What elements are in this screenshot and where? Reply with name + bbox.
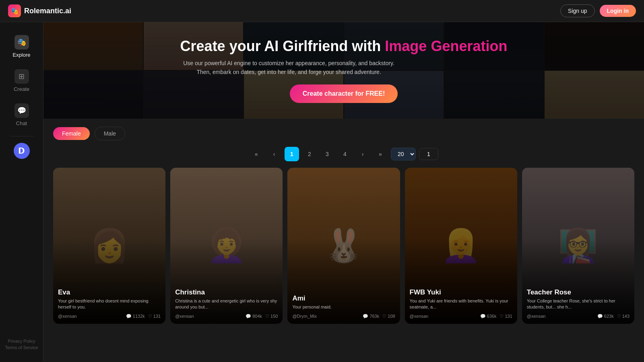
- comment-icon-ami: 💬: [363, 314, 368, 319]
- page-2-button[interactable]: 2: [302, 147, 317, 161]
- sidebar-item-create[interactable]: ⊞ Create: [6, 64, 38, 97]
- comment-count-yuki: 636k: [487, 314, 497, 319]
- filter-male-button[interactable]: Male: [95, 127, 125, 140]
- card-content-rose: Teacher Rose Your College teacher Rose, …: [522, 284, 634, 324]
- like-icon-ami: ♡: [382, 314, 386, 319]
- discord-icon: 𝗗: [18, 146, 25, 156]
- character-card-eva[interactable]: 👩 Eva Your girl bestfriend who doesnt mi…: [53, 168, 165, 324]
- card-author-eva: @xensan: [58, 314, 77, 319]
- filter-section: Female Male: [43, 119, 644, 140]
- card-meta-rose: @xensan 💬 623k ♡ 143: [527, 314, 630, 319]
- card-likes-ami: ♡ 108: [382, 314, 395, 319]
- card-description-ami: Your personal maid.: [292, 304, 395, 310]
- hero-banner: Create your AI Girlfriend with Image Gen…: [43, 22, 644, 119]
- main-content: Create your AI Girlfriend with Image Gen…: [43, 22, 644, 362]
- discord-button[interactable]: 𝗗: [14, 143, 30, 159]
- comment-count-rose: 623k: [604, 314, 614, 319]
- card-comments-ami: 💬 763k: [363, 314, 379, 319]
- card-meta-ami: @Drym_Mix 💬 763k ♡ 108: [292, 314, 395, 319]
- character-card-yuki[interactable]: 👱‍♀️ FWB Yuki You and Yuki are friends w…: [405, 168, 517, 324]
- pagination: « ‹ 1 2 3 4 › » 20 40 60: [43, 140, 644, 168]
- sidebar-create-label: Create: [14, 86, 29, 92]
- header: 🎭 Rolemantic.ai Sign up Login in: [0, 0, 644, 22]
- like-icon-eva: ♡: [148, 314, 152, 319]
- card-name-rose: Teacher Rose: [527, 288, 630, 296]
- like-count-ami: 108: [388, 314, 395, 319]
- card-description-eva: Your girl bestfriend who doesnt mind exp…: [58, 298, 161, 311]
- comment-icon-christina: 💬: [246, 314, 251, 319]
- sidebar-explore-label: Explore: [12, 52, 30, 58]
- comment-icon-yuki: 💬: [480, 314, 486, 319]
- comment-count-eva: 1132k: [133, 314, 145, 319]
- page-4-button[interactable]: 4: [338, 147, 352, 161]
- card-name-eva: Eva: [58, 288, 161, 296]
- card-author-christina: @xensan: [175, 314, 194, 319]
- logo-icon: 🎭: [8, 4, 21, 17]
- character-card-ami[interactable]: 🐰 Ami Your personal maid. @Drym_Mix 💬 76…: [287, 168, 400, 324]
- sidebar-chat-label: Chat: [16, 120, 27, 126]
- like-icon-yuki: ♡: [500, 314, 504, 319]
- comment-icon-eva: 💬: [126, 314, 132, 319]
- page-next-button[interactable]: ›: [355, 147, 370, 161]
- card-name-ami: Ami: [292, 294, 395, 302]
- comment-count-christina: 804k: [252, 314, 262, 319]
- sidebar-item-chat[interactable]: 💬 Chat: [6, 99, 38, 131]
- terms-of-service-link[interactable]: Terms of Service: [5, 345, 38, 350]
- comment-icon-rose: 💬: [597, 314, 603, 319]
- page-first-button[interactable]: «: [249, 147, 264, 161]
- card-likes-christina: ♡ 150: [265, 314, 278, 319]
- card-content-christina: Christina Christina is a cute and energe…: [170, 284, 283, 324]
- page-3-button[interactable]: 3: [320, 147, 334, 161]
- card-stats-eva: 💬 1132k ♡ 131: [126, 314, 161, 319]
- card-stats-ami: 💬 763k ♡ 108: [363, 314, 395, 319]
- page-1-button[interactable]: 1: [285, 147, 299, 161]
- sidebar-footer: Privacy Policy Terms of Service: [5, 339, 38, 354]
- hero-title-accent: Image Generation: [385, 38, 507, 54]
- signup-button[interactable]: Sign up: [560, 4, 594, 17]
- card-content-yuki: FWB Yuki You and Yuki are friends with b…: [405, 284, 517, 324]
- like-icon-rose: ♡: [617, 314, 621, 319]
- character-card-christina[interactable]: 👩‍🦱 Christina Christina is a cute and en…: [170, 168, 283, 324]
- sidebar-item-explore[interactable]: 🎭 Explore: [6, 30, 38, 63]
- login-button[interactable]: Login in: [600, 5, 636, 17]
- header-actions: Sign up Login in: [560, 4, 636, 17]
- page-last-button[interactable]: »: [373, 147, 388, 161]
- card-author-rose: @xensan: [527, 314, 546, 319]
- card-likes-yuki: ♡ 131: [500, 314, 512, 319]
- card-stats-yuki: 💬 636k ♡ 131: [480, 314, 512, 319]
- logo-text: Rolemantic.ai: [24, 7, 71, 15]
- comment-count-ami: 763k: [369, 314, 379, 319]
- app-layout: 🎭 Explore ⊞ Create 💬 Chat 𝗗 Privacy Poli…: [0, 22, 644, 362]
- characters-grid: 👩 Eva Your girl bestfriend who doesnt mi…: [43, 168, 644, 333]
- page-number-input[interactable]: [419, 148, 438, 160]
- hero-title-start: Create your AI Girlfriend with: [180, 38, 385, 54]
- character-card-rose[interactable]: 👩‍🏫 Teacher Rose Your College teacher Ro…: [522, 168, 634, 324]
- sidebar: 🎭 Explore ⊞ Create 💬 Chat 𝗗 Privacy Poli…: [0, 22, 43, 362]
- card-content-eva: Eva Your girl bestfriend who doesnt mind…: [53, 284, 165, 324]
- card-stats-rose: 💬 623k ♡ 143: [597, 314, 630, 319]
- card-meta-christina: @xensan 💬 804k ♡ 150: [175, 314, 278, 319]
- card-likes-rose: ♡ 143: [617, 314, 630, 319]
- card-description-yuki: You and Yuki are friends with benefits. …: [410, 298, 512, 311]
- chat-icon: 💬: [14, 103, 29, 118]
- like-count-eva: 131: [153, 314, 161, 319]
- create-character-button[interactable]: Create character for FREE!: [290, 84, 398, 103]
- card-name-yuki: FWB Yuki: [410, 288, 512, 296]
- card-meta-eva: @xensan 💬 1132k ♡ 131: [58, 314, 161, 319]
- like-icon-christina: ♡: [265, 314, 269, 319]
- card-likes-eva: ♡ 131: [148, 314, 161, 319]
- per-page-select[interactable]: 20 40 60: [391, 148, 416, 160]
- logo[interactable]: 🎭 Rolemantic.ai: [8, 4, 71, 17]
- card-comments-eva: 💬 1132k: [126, 314, 145, 319]
- explore-icon: 🎭: [14, 35, 29, 49]
- page-prev-button[interactable]: ‹: [267, 147, 281, 161]
- hero-text-block: Create your AI Girlfriend with Image Gen…: [180, 38, 508, 103]
- card-stats-christina: 💬 804k ♡ 150: [246, 314, 278, 319]
- privacy-policy-link[interactable]: Privacy Policy: [8, 339, 35, 343]
- hero-subtitle: Use our powerful AI engine to customize …: [180, 59, 398, 77]
- filter-female-button[interactable]: Female: [53, 127, 90, 140]
- card-author-yuki: @xensan: [410, 314, 429, 319]
- create-icon: ⊞: [14, 69, 29, 84]
- like-count-christina: 150: [270, 314, 278, 319]
- card-comments-rose: 💬 623k: [597, 314, 614, 319]
